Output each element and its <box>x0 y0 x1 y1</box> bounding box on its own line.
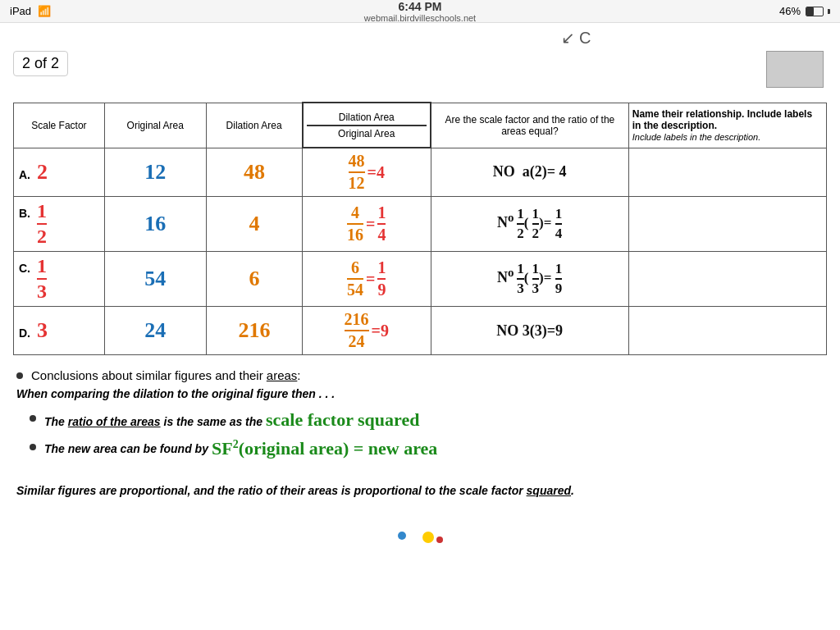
row-b-label: B. 1 2 <box>14 197 105 252</box>
table-row: B. 1 2 16 4 <box>14 197 827 252</box>
row-b-dilation: 4 <box>206 197 302 252</box>
page-indicator: 2 of 2 <box>13 51 68 76</box>
row-d-name <box>628 307 826 355</box>
header-equal: Are the scale factor and the ratio of th… <box>431 103 628 148</box>
table-row: C. 1 3 54 6 <box>14 252 827 307</box>
footer-text: Similar figures are proportional, and th… <box>16 474 824 507</box>
row-b-original: 16 <box>104 197 206 252</box>
header-ratio: Dilation Area Original Area <box>303 103 431 148</box>
row-c-label: C. 1 3 <box>14 252 105 307</box>
nav-dot-red <box>436 536 443 543</box>
row-d-ratio: 216 24 =9 <box>303 307 431 355</box>
battery-tip <box>828 9 830 14</box>
bullet-2-content: The new area can be found by SF2(origina… <box>44 437 437 461</box>
status-right: 46% <box>779 5 830 17</box>
row-b-name <box>628 197 826 252</box>
nav-dot-yellow <box>422 532 434 543</box>
row-a-name <box>628 148 826 197</box>
url-display: webmail.birdvilleschools.net <box>364 13 476 23</box>
table-container: Scale Factor Original Area Dilation Area… <box>0 102 840 355</box>
row-b-equal: No 1 2 ( 1 2 )= <box>431 197 628 252</box>
nav-dot-blue <box>398 532 406 540</box>
header-original: Original Area <box>104 103 206 148</box>
row-a-dilation: 48 <box>206 148 302 197</box>
header-scale: Scale Factor <box>14 103 105 148</box>
header-name: Name their relationship. Include labels … <box>628 103 826 148</box>
arrow-icon: ↙ C <box>312 23 840 48</box>
wifi-icon: 📶 <box>38 5 51 17</box>
row-a-original: 12 <box>104 148 206 197</box>
row-c-dilation: 6 <box>206 252 302 307</box>
row-d-label: D. 3 <box>14 307 105 355</box>
table-row: D. 3 24 216 216 24 <box>14 307 827 355</box>
bullet-dot-2 <box>30 444 36 450</box>
row-b-ratio: 4 16 = 1 4 <box>303 197 431 252</box>
row-a-ratio: 48 12 =4 <box>303 148 431 197</box>
bullet-1-content: The ratio of the areas is the same as th… <box>44 409 419 432</box>
row-c-equal: No 1 3 ( 1 3 )= <box>431 252 628 307</box>
carrier-label: iPad <box>10 5 31 17</box>
nav-dots <box>0 523 840 551</box>
row-d-original: 24 <box>104 307 206 355</box>
bullet-2: The new area can be found by SF2(origina… <box>30 437 824 461</box>
row-c-name <box>628 252 826 307</box>
row-d-equal: NO 3(3)=9 <box>431 307 628 355</box>
conclusions-section: Conclusions about similar figures and th… <box>0 355 840 520</box>
time-display: 6:44 PM <box>364 0 476 13</box>
row-c-ratio: 6 54 = 1 9 <box>303 252 431 307</box>
row-c-original: 54 <box>104 252 206 307</box>
shape-placeholder <box>766 51 824 88</box>
main-content: 2 of 2 ↙ C Scale Factor Original Area Di… <box>0 23 840 630</box>
table-header-row: Scale Factor Original Area Dilation Area… <box>14 103 827 148</box>
data-table: Scale Factor Original Area Dilation Area… <box>13 102 827 355</box>
bullet-1: The ratio of the areas is the same as th… <box>30 409 824 432</box>
row-d-dilation: 216 <box>206 307 302 355</box>
battery-percent: 46% <box>779 5 801 17</box>
header-dilation: Dilation Area <box>206 103 302 148</box>
status-bar: iPad 📶 6:44 PM webmail.birdvilleschools.… <box>0 0 840 23</box>
intro-text: When comparing the dilation to the origi… <box>16 387 824 400</box>
bullet-dot-1 <box>30 415 36 422</box>
row-a-equal: NO a(2)= 4 <box>431 148 628 197</box>
table-row: A. 2 12 48 48 12 <box>14 148 827 197</box>
row-a-label: A. 2 <box>14 148 105 197</box>
conclusions-heading: Conclusions about similar figures and th… <box>16 368 824 382</box>
status-left: iPad 📶 <box>10 5 51 17</box>
conclusions-text: Conclusions about similar figures and th… <box>31 368 301 382</box>
status-center: 6:44 PM webmail.birdvilleschools.net <box>364 0 476 23</box>
bullet-dot <box>16 372 23 379</box>
battery-icon <box>806 7 824 16</box>
top-area: 2 of 2 ↙ C <box>0 23 840 66</box>
